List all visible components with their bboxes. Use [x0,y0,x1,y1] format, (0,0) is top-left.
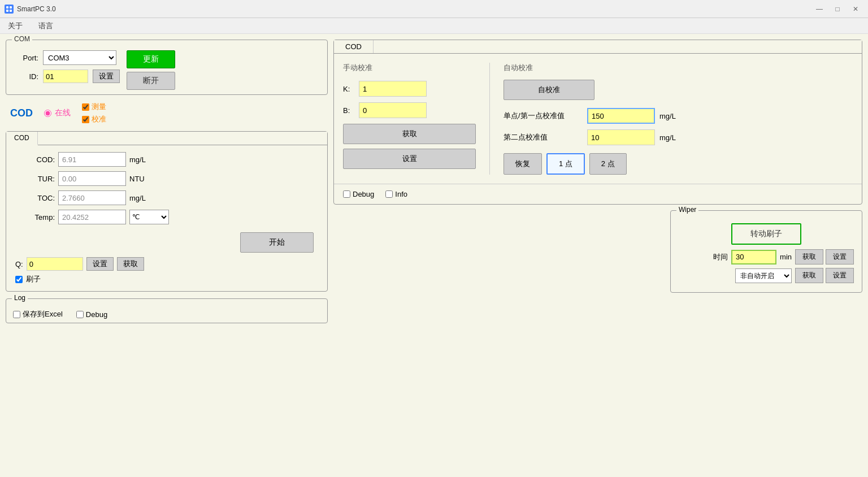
k-row: K: [343,81,476,97]
log-title: Log [12,294,28,302]
debug-info-row: Debug Info [334,184,862,204]
port-select[interactable]: COM3 COM1 COM2 COM4 [43,50,116,65]
info-item: Info [385,190,407,198]
wiper-mode-buttons: 获取 设置 [795,268,854,283]
toc-value [58,190,126,205]
manual-calib-title: 手动校准 [343,63,476,73]
online-radio[interactable] [44,110,51,117]
auto-calib: 自动校准 自校准 单点/第一点校准值 mg/L 第二点校准值 mg/L 恢复 [490,63,853,175]
b-input[interactable] [359,102,427,118]
tur-meas-label: TUR: [15,175,55,183]
wiper-mode-get-button[interactable]: 获取 [795,268,823,283]
first-point-unit: mg/L [659,112,676,120]
two-point-button[interactable]: 2 点 [589,153,627,175]
right-cod-tab[interactable]: COD [334,40,374,53]
second-point-label: 第二点校准值 [504,132,583,142]
window-title: SmartPC 3.0 [17,5,56,13]
b-row: B: [343,102,476,118]
cod-value [58,152,126,167]
port-label: Port: [13,54,38,62]
cod-inner-tab-header: COD [6,132,327,145]
save-excel-row: 保存到Excel [13,309,63,319]
calibrate-row: 校准 [82,114,106,124]
calib-btns: 获取 设置 [343,124,476,169]
right-panel: COD 手动校准 K: B: 获取 设置 [333,40,862,471]
measure-checkbox[interactable] [82,103,89,111]
brush-row: 刷子 [15,274,318,284]
wiper-time-buttons: 获取 设置 [795,249,854,264]
q-label: Q: [15,260,23,268]
brush-checkbox[interactable] [15,276,23,283]
cod-inner-tab[interactable]: COD [6,132,38,145]
wiper-time-label: 时间 [713,252,728,262]
restore-button[interactable]: 恢复 [504,153,542,175]
title-bar-left: SmartPC 3.0 [5,5,56,14]
second-point-unit: mg/L [659,133,676,142]
measure-label: 测量 [92,102,106,112]
log-debug-label: Debug [86,310,107,319]
wiper-time-unit: min [780,253,792,261]
right-tab-header: COD [334,40,862,54]
rotate-brush-button[interactable]: 转动刷子 [731,223,801,245]
calibrate-checkbox[interactable] [82,116,89,123]
q-input[interactable] [27,257,83,271]
q-get-button[interactable]: 获取 [117,257,144,271]
toc-unit: mg/L [129,194,169,202]
cod-tab-content: COD: mg/L TUR: NTU TOC: mg/L Temp: ℃ [6,145,327,291]
q-set-button[interactable]: 设置 [86,257,114,271]
checkbox-col: 测量 校准 [82,102,106,124]
tur-unit: NTU [129,175,169,183]
one-point-button[interactable]: 1 点 [546,153,585,175]
wiper-mode-select[interactable]: 非自动开启 自动开启 [735,268,792,283]
svg-rect-2 [10,6,12,8]
measurement-grid: COD: mg/L TUR: NTU TOC: mg/L Temp: ℃ [15,152,318,224]
k-input[interactable] [359,81,427,97]
log-debug-checkbox[interactable] [76,311,84,318]
id-set-button[interactable]: 设置 [93,70,120,83]
auto-calib-button[interactable]: 自校准 [504,80,594,100]
wiper-time-row: 时间 min 获取 设置 [679,249,854,264]
manual-calib: 手动校准 K: B: 获取 设置 [343,63,490,175]
log-group: Log 保存到Excel Debug [6,298,328,323]
menu-bar: 关于 语言 [0,18,868,34]
title-bar: SmartPC 3.0 — □ ✕ [0,0,868,18]
info-label: Info [395,190,407,198]
wiper-set-button[interactable]: 设置 [826,249,854,264]
cod-title: COD [10,107,33,119]
minimize-button[interactable]: — [811,3,827,15]
log-row: 保存到Excel Debug [13,309,320,319]
wiper-time-input[interactable] [731,250,776,264]
debug-checkbox[interactable] [343,190,350,198]
wiper-mode-set-button[interactable]: 设置 [826,268,854,283]
temp-unit-select[interactable]: ℃ ℉ [129,210,169,224]
close-button[interactable]: ✕ [848,3,863,15]
restore-row: 恢复 1 点 2 点 [504,153,853,175]
second-point-input[interactable] [587,129,655,145]
com-title: COM [12,35,32,43]
maximize-button[interactable]: □ [830,3,845,15]
cod-tab-container: COD COD: mg/L TUR: NTU TOC: mg/L [6,131,328,292]
save-excel-checkbox[interactable] [13,311,20,318]
wiper-get-button[interactable]: 获取 [795,249,823,264]
start-button[interactable]: 开始 [240,232,314,253]
menu-about[interactable]: 关于 [5,20,26,32]
manual-set-button[interactable]: 设置 [343,149,476,169]
info-checkbox[interactable] [385,190,393,198]
k-label: K: [343,85,354,93]
first-point-label: 单点/第一点校准值 [504,111,583,121]
manual-get-button[interactable]: 获取 [343,124,476,144]
menu-language[interactable]: 语言 [35,20,57,32]
cod-unit: mg/L [129,155,169,164]
cod-status-row: COD 在线 测量 校准 [6,99,328,127]
temp-meas-label: Temp: [15,213,55,222]
q-row: Q: 设置 获取 [15,257,318,271]
update-button[interactable]: 更新 [127,50,175,68]
wiper-mode-row: 非自动开启 自动开启 获取 设置 [679,268,854,283]
debug-item: Debug [343,190,374,198]
first-point-input[interactable] [587,108,655,124]
id-input[interactable] [43,70,88,83]
auto-calib-title: 自动校准 [504,63,853,73]
svg-rect-1 [6,6,8,8]
toc-meas-label: TOC: [15,194,55,202]
disconnect-button[interactable]: 断开 [127,72,175,90]
